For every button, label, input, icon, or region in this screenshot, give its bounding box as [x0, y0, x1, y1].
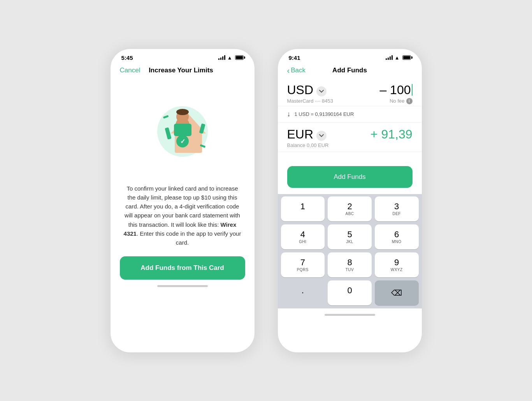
- home-indicator-left: [111, 280, 255, 291]
- card-info: MasterCard ···· 8453: [287, 98, 334, 104]
- chevron-left-icon: ‹: [287, 67, 290, 74]
- signal-icon: [218, 55, 225, 60]
- fee-label: No fee: [390, 98, 404, 104]
- backspace-icon: ⌫: [391, 289, 402, 297]
- wifi-icon-right: ▲: [395, 55, 400, 61]
- battery-icon: [235, 55, 244, 60]
- currency-row-usd: USD – 100: [287, 83, 413, 97]
- key-2[interactable]: 2ABC: [328, 196, 372, 221]
- page-title-left: Increase Your Limits: [149, 67, 213, 74]
- key-7[interactable]: 7PQRS: [281, 252, 325, 277]
- svg-point-7: [176, 109, 189, 115]
- left-nav: Cancel Increase Your Limits: [111, 63, 255, 79]
- left-phone: 5:45 ▲ Cancel Increase Your Limits: [111, 49, 255, 352]
- key-4[interactable]: 4GHI: [281, 224, 325, 249]
- numpad-row-3: 7PQRS 8TUV 9WXYZ: [281, 252, 419, 277]
- usd-amount: – 100: [379, 83, 411, 97]
- info-icon[interactable]: i: [406, 98, 413, 104]
- key-0[interactable]: 0: [328, 280, 372, 305]
- currency-left-usd: USD: [287, 83, 327, 97]
- numpad-row-4: . 0 ⌫: [281, 280, 419, 305]
- home-indicator-right: [278, 308, 422, 320]
- status-icons-right: ▲: [386, 55, 411, 61]
- page-title-right: Add Funds: [332, 67, 367, 74]
- cursor: [412, 84, 413, 96]
- currency-left-eur: EUR: [287, 127, 327, 142]
- key-9[interactable]: 9WXYZ: [375, 252, 419, 277]
- description-text: To confirm your linked card and to incre…: [123, 184, 242, 247]
- usd-dropdown-button[interactable]: [316, 86, 327, 96]
- eur-amount: + 91,39: [370, 127, 413, 142]
- illustration-area: ✓: [111, 79, 255, 180]
- cancel-button[interactable]: Cancel: [120, 67, 140, 74]
- balance-text: Balance 0,00 EUR: [287, 142, 329, 148]
- numpad: 1 2ABC 3DEF 4GHI 5JKL 6MNO 7PQRS 8TUV 9W…: [278, 194, 422, 309]
- chevron-down-icon: [319, 90, 324, 93]
- status-bar-right: 9:41 ▲: [278, 49, 422, 63]
- svg-text:✓: ✓: [180, 138, 185, 145]
- right-phone: 9:41 ▲ ‹ Back Add Funds USD: [278, 49, 422, 352]
- key-6[interactable]: 6MNO: [375, 224, 419, 249]
- key-5[interactable]: 5JKL: [328, 224, 372, 249]
- usd-amount-area: – 100: [379, 83, 412, 97]
- key-dot[interactable]: .: [281, 280, 325, 305]
- fee-info: No fee i: [390, 98, 412, 104]
- eur-dropdown-button[interactable]: [316, 131, 327, 141]
- usd-label: USD: [287, 83, 314, 97]
- svg-rect-8: [174, 124, 191, 136]
- key-3[interactable]: 3DEF: [375, 196, 419, 221]
- eur-section: EUR + 91,39 Balance 0,00 EUR: [278, 123, 422, 152]
- back-label: Back: [291, 67, 306, 74]
- battery-icon-right: [402, 55, 411, 60]
- exchange-rate-text: 1 USD = 0,91390164 EUR: [295, 111, 354, 117]
- status-icons-left: ▲: [218, 55, 244, 61]
- usd-section: USD – 100 MasterCard ···· 8453 No fee i: [278, 79, 422, 106]
- wifi-icon: ▲: [227, 55, 232, 61]
- home-bar: [157, 285, 208, 287]
- key-delete[interactable]: ⌫: [375, 280, 419, 305]
- numpad-row-2: 4GHI 5JKL 6MNO: [281, 224, 419, 249]
- home-bar-right: [325, 314, 375, 316]
- time-left: 5:45: [121, 54, 133, 61]
- status-bar-left: 5:45 ▲: [111, 49, 255, 63]
- right-nav: ‹ Back Add Funds: [278, 63, 422, 79]
- add-funds-button[interactable]: Add Funds: [287, 166, 413, 188]
- currency-row-eur: EUR + 91,39: [287, 127, 413, 142]
- arrow-down-icon: ↓: [287, 110, 291, 118]
- signal-icon-right: [386, 55, 393, 60]
- numpad-row-1: 1 2ABC 3DEF: [281, 196, 419, 221]
- chevron-down-icon-eur: [319, 134, 324, 137]
- description-area: To confirm your linked card and to incre…: [111, 180, 255, 257]
- add-funds-card-button[interactable]: Add Funds from This Card: [120, 256, 245, 280]
- key-8[interactable]: 8TUV: [328, 252, 372, 277]
- key-1[interactable]: 1: [281, 196, 325, 221]
- illustration-svg: ✓: [140, 85, 225, 170]
- back-button[interactable]: ‹ Back: [287, 67, 306, 74]
- exchange-rate-row: ↓ 1 USD = 0,91390164 EUR: [278, 106, 422, 123]
- time-right: 9:41: [289, 54, 300, 61]
- eur-label: EUR: [287, 127, 314, 142]
